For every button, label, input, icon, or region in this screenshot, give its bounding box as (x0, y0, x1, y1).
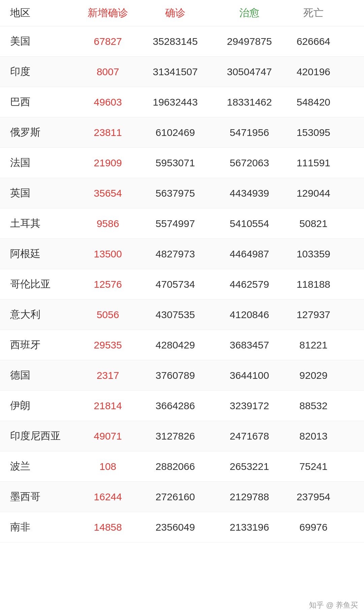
cell-recovered: 30504747 (212, 66, 286, 78)
cell-recovered: 2471678 (212, 430, 286, 442)
cell-recovered: 2129788 (212, 491, 286, 503)
cell-region: 意大利 (10, 308, 78, 322)
cell-deaths: 129044 (286, 188, 340, 199)
cell-region: 阿根廷 (10, 247, 78, 261)
cell-new-confirmed: 67827 (78, 36, 138, 47)
cell-region: 法国 (10, 156, 78, 170)
cell-region: 西班牙 (10, 338, 78, 352)
cell-recovered: 5672063 (212, 157, 286, 169)
cell-region: 德国 (10, 368, 78, 382)
cell-recovered: 4120846 (212, 309, 286, 320)
cell-confirmed: 4307535 (138, 309, 212, 320)
cell-recovered: 4464987 (212, 248, 286, 260)
cell-new-confirmed: 108 (78, 461, 138, 472)
cell-recovered: 2653221 (212, 461, 286, 472)
cell-deaths: 92029 (286, 370, 340, 381)
cell-confirmed: 35283145 (138, 36, 212, 47)
cell-deaths: 69976 (286, 522, 340, 533)
cell-confirmed: 31341507 (138, 66, 212, 78)
cell-confirmed: 2882066 (138, 461, 212, 472)
cell-recovered: 3644100 (212, 370, 286, 381)
cell-region: 南非 (10, 520, 78, 534)
cell-region: 印度 (10, 65, 78, 79)
cell-confirmed: 19632443 (138, 96, 212, 108)
table-header: 地区 新增确诊 确诊 治愈 死亡 (0, 0, 364, 26)
cell-new-confirmed: 49603 (78, 96, 138, 108)
cell-new-confirmed: 9586 (78, 218, 138, 229)
cell-confirmed: 2726160 (138, 491, 212, 503)
cell-recovered: 3683457 (212, 339, 286, 351)
cell-deaths: 82013 (286, 430, 340, 442)
cell-deaths: 237954 (286, 491, 340, 503)
cell-confirmed: 4827973 (138, 248, 212, 260)
table-row: 阿根廷 13500 4827973 4464987 103359 (0, 239, 364, 269)
cell-new-confirmed: 2317 (78, 370, 138, 381)
header-new-confirmed: 新增确诊 (78, 6, 138, 20)
cell-region: 美国 (10, 34, 78, 48)
cell-region: 巴西 (10, 95, 78, 109)
cell-new-confirmed: 29535 (78, 339, 138, 351)
watermark: 知乎 @ 养鱼买 (306, 599, 361, 612)
cell-new-confirmed: 14858 (78, 522, 138, 533)
table-row: 土耳其 9586 5574997 5410554 50821 (0, 208, 364, 239)
table-row: 印度 8007 31341507 30504747 420196 (0, 57, 364, 87)
cell-deaths: 75241 (286, 461, 340, 472)
table-row: 德国 2317 3760789 3644100 92029 (0, 360, 364, 391)
cell-region: 墨西哥 (10, 490, 78, 504)
cell-confirmed: 5637975 (138, 188, 212, 199)
cell-deaths: 118188 (286, 279, 340, 290)
table-row: 西班牙 29535 4280429 3683457 81221 (0, 330, 364, 360)
header-region: 地区 (10, 6, 78, 20)
cell-recovered: 4462579 (212, 279, 286, 290)
cell-confirmed: 5574997 (138, 218, 212, 229)
table-row: 法国 21909 5953071 5672063 111591 (0, 148, 364, 178)
cell-region: 哥伦比亚 (10, 277, 78, 291)
cell-new-confirmed: 23811 (78, 127, 138, 138)
cell-confirmed: 4280429 (138, 339, 212, 351)
cell-confirmed: 3664286 (138, 400, 212, 412)
cell-region: 波兰 (10, 459, 78, 473)
table-row: 英国 35654 5637975 4434939 129044 (0, 178, 364, 208)
cell-new-confirmed: 16244 (78, 491, 138, 503)
cell-recovered: 5471956 (212, 127, 286, 138)
cell-region: 俄罗斯 (10, 125, 78, 139)
cell-recovered: 4434939 (212, 188, 286, 199)
header-deaths: 死亡 (286, 6, 340, 20)
table-body: 美国 67827 35283145 29497875 626664 印度 800… (0, 26, 364, 542)
cell-region: 土耳其 (10, 217, 78, 230)
table-row: 俄罗斯 23811 6102469 5471956 153095 (0, 117, 364, 148)
cell-deaths: 420196 (286, 66, 340, 78)
cell-confirmed: 6102469 (138, 127, 212, 138)
header-recovered: 治愈 (212, 6, 286, 20)
cell-region: 伊朗 (10, 399, 78, 413)
cell-deaths: 626664 (286, 36, 340, 47)
header-confirmed: 确诊 (138, 6, 212, 20)
cell-recovered: 3239172 (212, 400, 286, 412)
table-row: 巴西 49603 19632443 18331462 548420 (0, 87, 364, 117)
table-row: 意大利 5056 4307535 4120846 127937 (0, 300, 364, 330)
cell-new-confirmed: 12576 (78, 279, 138, 290)
cell-confirmed: 3127826 (138, 430, 212, 442)
cell-new-confirmed: 8007 (78, 66, 138, 78)
table-row: 哥伦比亚 12576 4705734 4462579 118188 (0, 269, 364, 300)
cell-recovered: 2133196 (212, 522, 286, 533)
cell-deaths: 548420 (286, 96, 340, 108)
cell-region: 英国 (10, 186, 78, 200)
table-row: 墨西哥 16244 2726160 2129788 237954 (0, 482, 364, 512)
table-row: 波兰 108 2882066 2653221 75241 (0, 451, 364, 482)
cell-deaths: 88532 (286, 400, 340, 412)
cell-confirmed: 4705734 (138, 279, 212, 290)
cell-deaths: 81221 (286, 339, 340, 351)
cell-region: 印度尼西亚 (10, 429, 78, 443)
table-row: 美国 67827 35283145 29497875 626664 (0, 26, 364, 57)
cell-deaths: 153095 (286, 127, 340, 138)
table-row: 南非 14858 2356049 2133196 69976 (0, 512, 364, 542)
cell-recovered: 5410554 (212, 218, 286, 229)
covid-table: 地区 新增确诊 确诊 治愈 死亡 美国 67827 35283145 29497… (0, 0, 364, 542)
cell-confirmed: 2356049 (138, 522, 212, 533)
cell-new-confirmed: 5056 (78, 309, 138, 320)
cell-new-confirmed: 21909 (78, 157, 138, 169)
cell-deaths: 50821 (286, 218, 340, 229)
cell-deaths: 111591 (286, 157, 340, 169)
cell-new-confirmed: 35654 (78, 188, 138, 199)
